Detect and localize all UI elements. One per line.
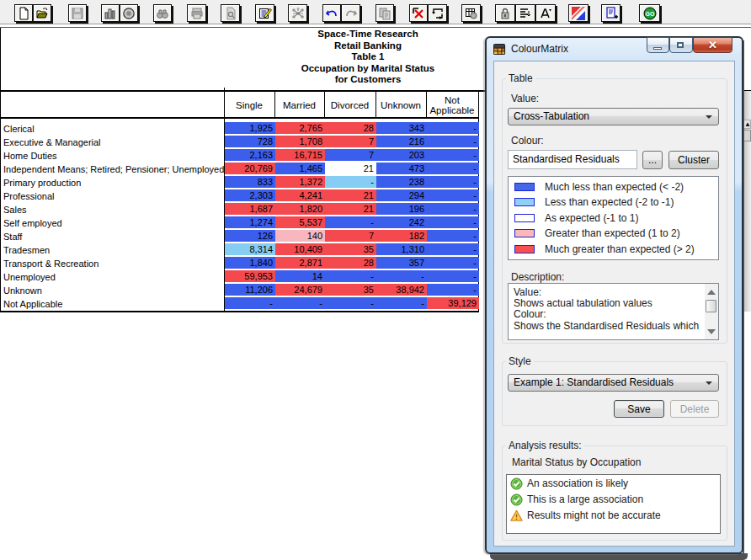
svg-text:GO: GO xyxy=(645,11,654,17)
